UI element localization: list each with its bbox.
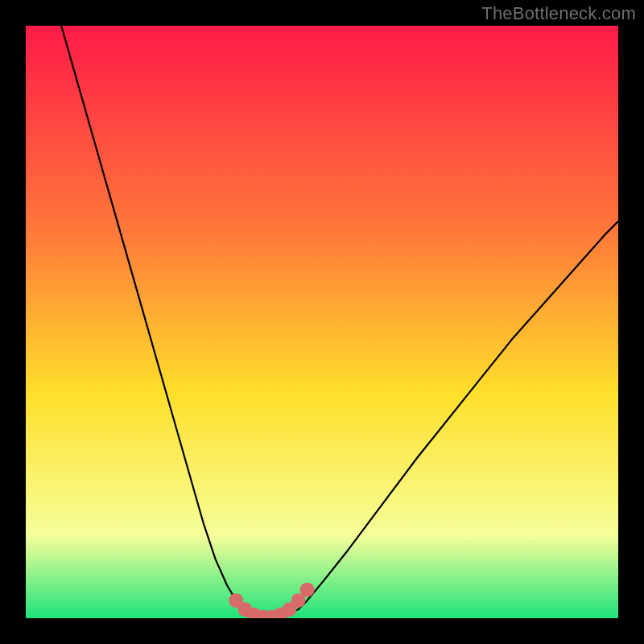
plot-area	[26, 26, 618, 618]
watermark-text: TheBottleneck.com	[481, 3, 636, 24]
chart-frame: TheBottleneck.com	[0, 0, 644, 644]
gradient-background	[26, 26, 618, 618]
bottleneck-chart	[26, 26, 618, 618]
marker-point	[300, 583, 315, 597]
